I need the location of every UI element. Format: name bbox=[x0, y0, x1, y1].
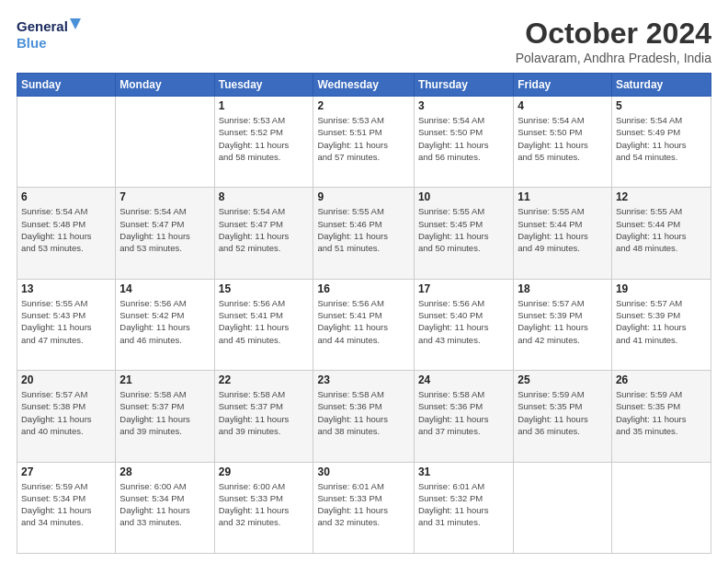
day-number: 22 bbox=[219, 373, 310, 386]
calendar-table: Sunday Monday Tuesday Wednesday Thursday… bbox=[17, 73, 711, 554]
day-number: 16 bbox=[317, 282, 409, 295]
svg-marker-2 bbox=[70, 18, 81, 29]
table-row: 16Sunrise: 5:56 AM Sunset: 5:41 PM Dayli… bbox=[313, 279, 414, 370]
day-info: Sunrise: 5:55 AM Sunset: 5:46 PM Dayligh… bbox=[317, 205, 409, 254]
day-number: 11 bbox=[518, 190, 608, 203]
day-info: Sunrise: 5:58 AM Sunset: 5:37 PM Dayligh… bbox=[219, 388, 310, 437]
table-row bbox=[17, 97, 116, 188]
page: General Blue October 2024 Polavaram, And… bbox=[0, 0, 728, 563]
table-row: 28Sunrise: 6:00 AM Sunset: 5:34 PM Dayli… bbox=[116, 462, 214, 553]
table-row: 9Sunrise: 5:55 AM Sunset: 5:46 PM Daylig… bbox=[313, 188, 414, 279]
day-number: 24 bbox=[418, 373, 509, 386]
day-number: 18 bbox=[518, 282, 608, 295]
week-row-5: 27Sunrise: 5:59 AM Sunset: 5:34 PM Dayli… bbox=[17, 462, 711, 553]
day-number: 25 bbox=[518, 373, 608, 386]
day-number: 31 bbox=[418, 465, 509, 478]
table-row: 1Sunrise: 5:53 AM Sunset: 5:52 PM Daylig… bbox=[214, 97, 313, 188]
table-row: 25Sunrise: 5:59 AM Sunset: 5:35 PM Dayli… bbox=[514, 371, 612, 462]
day-info: Sunrise: 5:55 AM Sunset: 5:45 PM Dayligh… bbox=[418, 205, 509, 254]
table-row bbox=[116, 97, 214, 188]
day-number: 10 bbox=[418, 190, 509, 203]
table-row: 31Sunrise: 6:01 AM Sunset: 5:32 PM Dayli… bbox=[414, 462, 513, 553]
table-row: 11Sunrise: 5:55 AM Sunset: 5:44 PM Dayli… bbox=[514, 188, 612, 279]
svg-text:Blue: Blue bbox=[17, 35, 47, 51]
day-info: Sunrise: 6:00 AM Sunset: 5:34 PM Dayligh… bbox=[119, 480, 210, 529]
table-row: 10Sunrise: 5:55 AM Sunset: 5:45 PM Dayli… bbox=[414, 188, 513, 279]
day-info: Sunrise: 5:54 AM Sunset: 5:47 PM Dayligh… bbox=[119, 205, 210, 254]
day-info: Sunrise: 5:55 AM Sunset: 5:43 PM Dayligh… bbox=[21, 297, 111, 346]
day-number: 9 bbox=[317, 190, 409, 203]
table-row: 14Sunrise: 5:56 AM Sunset: 5:42 PM Dayli… bbox=[116, 279, 214, 370]
table-row: 30Sunrise: 6:01 AM Sunset: 5:33 PM Dayli… bbox=[313, 462, 414, 553]
table-row: 24Sunrise: 5:58 AM Sunset: 5:36 PM Dayli… bbox=[414, 371, 513, 462]
day-info: Sunrise: 5:54 AM Sunset: 5:50 PM Dayligh… bbox=[418, 114, 509, 163]
day-info: Sunrise: 5:58 AM Sunset: 5:36 PM Dayligh… bbox=[317, 388, 409, 437]
day-info: Sunrise: 5:59 AM Sunset: 5:35 PM Dayligh… bbox=[616, 388, 707, 437]
col-saturday: Saturday bbox=[611, 74, 711, 97]
day-info: Sunrise: 6:01 AM Sunset: 5:33 PM Dayligh… bbox=[317, 480, 409, 529]
day-number: 13 bbox=[21, 282, 111, 295]
day-info: Sunrise: 5:55 AM Sunset: 5:44 PM Dayligh… bbox=[616, 205, 707, 254]
day-info: Sunrise: 5:56 AM Sunset: 5:42 PM Dayligh… bbox=[119, 297, 210, 346]
day-info: Sunrise: 5:54 AM Sunset: 5:50 PM Dayligh… bbox=[518, 114, 608, 163]
table-row: 20Sunrise: 5:57 AM Sunset: 5:38 PM Dayli… bbox=[17, 371, 116, 462]
day-number: 3 bbox=[418, 99, 509, 112]
day-number: 23 bbox=[317, 373, 409, 386]
day-number: 8 bbox=[219, 190, 310, 203]
month-title: October 2024 bbox=[516, 17, 711, 51]
day-number: 1 bbox=[219, 99, 310, 112]
table-row: 5Sunrise: 5:54 AM Sunset: 5:49 PM Daylig… bbox=[611, 97, 711, 188]
day-info: Sunrise: 5:59 AM Sunset: 5:35 PM Dayligh… bbox=[518, 388, 608, 437]
day-number: 15 bbox=[219, 282, 310, 295]
week-row-4: 20Sunrise: 5:57 AM Sunset: 5:38 PM Dayli… bbox=[17, 371, 711, 462]
day-info: Sunrise: 5:54 AM Sunset: 5:48 PM Dayligh… bbox=[21, 205, 111, 254]
day-number: 7 bbox=[119, 190, 210, 203]
day-number: 12 bbox=[616, 190, 707, 203]
table-row: 22Sunrise: 5:58 AM Sunset: 5:37 PM Dayli… bbox=[214, 371, 313, 462]
day-number: 14 bbox=[119, 282, 210, 295]
table-row: 2Sunrise: 5:53 AM Sunset: 5:51 PM Daylig… bbox=[313, 97, 414, 188]
week-row-3: 13Sunrise: 5:55 AM Sunset: 5:43 PM Dayli… bbox=[17, 279, 711, 370]
day-info: Sunrise: 6:01 AM Sunset: 5:32 PM Dayligh… bbox=[418, 480, 509, 529]
day-info: Sunrise: 5:56 AM Sunset: 5:41 PM Dayligh… bbox=[317, 297, 409, 346]
table-row: 18Sunrise: 5:57 AM Sunset: 5:39 PM Dayli… bbox=[514, 279, 612, 370]
calendar-header-row: Sunday Monday Tuesday Wednesday Thursday… bbox=[17, 74, 711, 97]
table-row: 27Sunrise: 5:59 AM Sunset: 5:34 PM Dayli… bbox=[17, 462, 116, 553]
day-info: Sunrise: 5:57 AM Sunset: 5:39 PM Dayligh… bbox=[518, 297, 608, 346]
table-row: 13Sunrise: 5:55 AM Sunset: 5:43 PM Dayli… bbox=[17, 279, 116, 370]
col-monday: Monday bbox=[116, 74, 214, 97]
location: Polavaram, Andhra Pradesh, India bbox=[516, 51, 711, 65]
svg-text:General: General bbox=[17, 18, 68, 34]
table-row: 15Sunrise: 5:56 AM Sunset: 5:41 PM Dayli… bbox=[214, 279, 313, 370]
table-row: 23Sunrise: 5:58 AM Sunset: 5:36 PM Dayli… bbox=[313, 371, 414, 462]
week-row-1: 1Sunrise: 5:53 AM Sunset: 5:52 PM Daylig… bbox=[17, 97, 711, 188]
day-info: Sunrise: 5:53 AM Sunset: 5:52 PM Dayligh… bbox=[219, 114, 310, 163]
table-row: 29Sunrise: 6:00 AM Sunset: 5:33 PM Dayli… bbox=[214, 462, 313, 553]
col-wednesday: Wednesday bbox=[313, 74, 414, 97]
table-row: 26Sunrise: 5:59 AM Sunset: 5:35 PM Dayli… bbox=[611, 371, 711, 462]
table-row: 8Sunrise: 5:54 AM Sunset: 5:47 PM Daylig… bbox=[214, 188, 313, 279]
table-row bbox=[514, 462, 612, 553]
day-info: Sunrise: 5:53 AM Sunset: 5:51 PM Dayligh… bbox=[317, 114, 409, 163]
day-info: Sunrise: 5:58 AM Sunset: 5:36 PM Dayligh… bbox=[418, 388, 509, 437]
header: General Blue October 2024 Polavaram, And… bbox=[17, 17, 711, 65]
day-number: 2 bbox=[317, 99, 409, 112]
table-row: 3Sunrise: 5:54 AM Sunset: 5:50 PM Daylig… bbox=[414, 97, 513, 188]
day-number: 29 bbox=[219, 465, 310, 478]
logo: General Blue bbox=[17, 17, 81, 53]
day-number: 27 bbox=[21, 465, 111, 478]
day-info: Sunrise: 5:55 AM Sunset: 5:44 PM Dayligh… bbox=[518, 205, 608, 254]
col-sunday: Sunday bbox=[17, 74, 116, 97]
title-block: October 2024 Polavaram, Andhra Pradesh, … bbox=[516, 17, 711, 65]
day-info: Sunrise: 5:59 AM Sunset: 5:34 PM Dayligh… bbox=[21, 480, 111, 529]
day-info: Sunrise: 5:57 AM Sunset: 5:39 PM Dayligh… bbox=[616, 297, 707, 346]
day-number: 6 bbox=[21, 190, 111, 203]
day-number: 21 bbox=[119, 373, 210, 386]
day-info: Sunrise: 5:56 AM Sunset: 5:41 PM Dayligh… bbox=[219, 297, 310, 346]
day-info: Sunrise: 5:54 AM Sunset: 5:49 PM Dayligh… bbox=[616, 114, 707, 163]
table-row: 12Sunrise: 5:55 AM Sunset: 5:44 PM Dayli… bbox=[611, 188, 711, 279]
day-number: 17 bbox=[418, 282, 509, 295]
day-number: 26 bbox=[616, 373, 707, 386]
day-number: 20 bbox=[21, 373, 111, 386]
table-row: 17Sunrise: 5:56 AM Sunset: 5:40 PM Dayli… bbox=[414, 279, 513, 370]
